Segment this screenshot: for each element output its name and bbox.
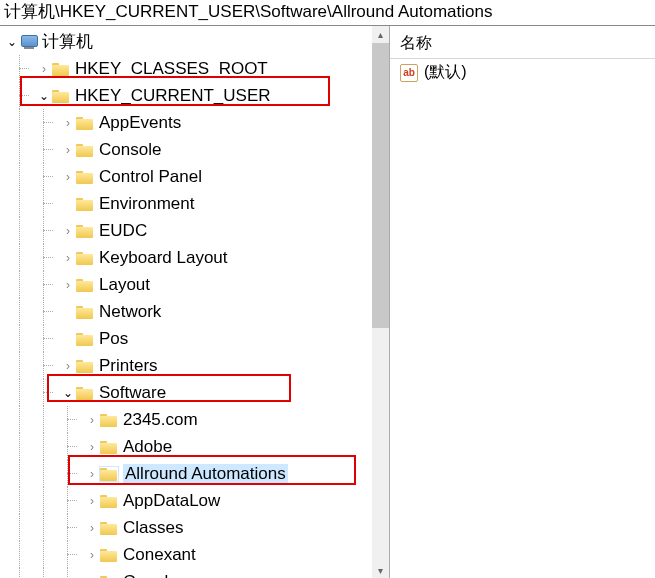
node-label: Console (99, 140, 161, 160)
tree-item[interactable]: ›Classes (2, 514, 389, 541)
tree-item[interactable]: ›HKEY_CLASSES_ROOT (2, 55, 389, 82)
node-label: Google (123, 572, 178, 579)
tree-item[interactable]: ›Google (2, 568, 389, 578)
chevron-right-icon[interactable]: › (36, 62, 52, 76)
values-panel: 名称 (默认) (390, 26, 655, 578)
tree-item[interactable]: ›AppEvents (2, 109, 389, 136)
registry-tree[interactable]: ⌄计算机›HKEY_CLASSES_ROOT⌄HKEY_CURRENT_USER… (0, 28, 389, 578)
chevron-right-icon[interactable]: › (60, 278, 76, 292)
tree-item[interactable]: ›AppDataLow (2, 487, 389, 514)
string-value-icon (400, 64, 418, 82)
chevron-right-icon[interactable]: › (84, 467, 100, 481)
folder-icon (76, 332, 94, 346)
node-label: Conexant (123, 545, 196, 565)
folder-icon (76, 278, 94, 292)
node-label: Control Panel (99, 167, 202, 187)
tree-item[interactable]: ›Keyboard Layout (2, 244, 389, 271)
folder-icon (100, 467, 118, 481)
tree-item[interactable]: Network (2, 298, 389, 325)
node-label: Printers (99, 356, 158, 376)
tree-item[interactable]: ⌄HKEY_CURRENT_USER (2, 82, 389, 109)
tree-root-computer[interactable]: ⌄计算机 (2, 28, 389, 55)
computer-icon (20, 35, 38, 49)
folder-icon (52, 62, 70, 76)
value-name: (默认) (424, 62, 467, 83)
chevron-right-icon[interactable]: › (60, 251, 76, 265)
folder-icon (76, 197, 94, 211)
node-label: Adobe (123, 437, 172, 457)
main-split: ⌄计算机›HKEY_CLASSES_ROOT⌄HKEY_CURRENT_USER… (0, 26, 655, 578)
folder-icon (76, 143, 94, 157)
tree-item[interactable]: ›2345.com (2, 406, 389, 433)
tree-item[interactable]: ›Control Panel (2, 163, 389, 190)
value-row[interactable]: (默认) (390, 59, 655, 86)
folder-icon (76, 359, 94, 373)
chevron-right-icon[interactable]: › (60, 170, 76, 184)
tree-item[interactable]: ›Console (2, 136, 389, 163)
chevron-down-icon[interactable]: ⌄ (60, 386, 76, 400)
scroll-track[interactable] (372, 43, 389, 562)
chevron-right-icon[interactable]: › (84, 548, 100, 562)
node-label: Allround Automations (123, 464, 288, 484)
chevron-right-icon[interactable]: › (60, 143, 76, 157)
folder-icon (52, 89, 70, 103)
chevron-right-icon[interactable]: › (84, 494, 100, 508)
node-label: 2345.com (123, 410, 198, 430)
folder-icon (100, 521, 118, 535)
folder-icon (100, 548, 118, 562)
node-label: 计算机 (42, 30, 93, 53)
node-label: Pos (99, 329, 128, 349)
tree-item[interactable]: ›Printers (2, 352, 389, 379)
chevron-right-icon[interactable]: › (84, 413, 100, 427)
folder-icon (76, 251, 94, 265)
node-label: Classes (123, 518, 183, 538)
node-label: Keyboard Layout (99, 248, 228, 268)
tree-item[interactable]: ›EUDC (2, 217, 389, 244)
chevron-right-icon[interactable]: › (60, 359, 76, 373)
node-label: Network (99, 302, 161, 322)
folder-icon (100, 494, 118, 508)
folder-icon (76, 116, 94, 130)
folder-icon (76, 305, 94, 319)
chevron-right-icon[interactable]: › (60, 224, 76, 238)
node-label: AppDataLow (123, 491, 220, 511)
chevron-down-icon[interactable]: ⌄ (36, 89, 52, 103)
folder-icon (100, 413, 118, 427)
node-label: AppEvents (99, 113, 181, 133)
tree-item[interactable]: Environment (2, 190, 389, 217)
chevron-right-icon[interactable]: › (60, 116, 76, 130)
chevron-right-icon[interactable]: › (84, 440, 100, 454)
folder-icon (76, 170, 94, 184)
tree-item[interactable]: ›Layout (2, 271, 389, 298)
chevron-right-icon[interactable]: › (84, 575, 100, 579)
node-label: Layout (99, 275, 150, 295)
tree-item[interactable]: ›Allround Automations (2, 460, 389, 487)
values-column-header-name[interactable]: 名称 (390, 30, 655, 59)
folder-icon (100, 575, 118, 579)
address-path[interactable]: 计算机\HKEY_CURRENT_USER\Software\Allround … (0, 0, 655, 26)
scroll-up-button[interactable]: ▴ (372, 26, 389, 43)
node-label: HKEY_CURRENT_USER (75, 86, 271, 106)
node-label: Environment (99, 194, 194, 214)
tree-item[interactable]: ⌄Software (2, 379, 389, 406)
tree-item[interactable]: ›Conexant (2, 541, 389, 568)
folder-icon (76, 224, 94, 238)
tree-item[interactable]: Pos (2, 325, 389, 352)
node-label: EUDC (99, 221, 147, 241)
tree-panel: ⌄计算机›HKEY_CLASSES_ROOT⌄HKEY_CURRENT_USER… (0, 26, 390, 578)
tree-item[interactable]: ›Adobe (2, 433, 389, 460)
tree-scrollbar[interactable]: ▴ ▾ (372, 26, 389, 578)
folder-icon (100, 440, 118, 454)
expander-icon[interactable]: ⌄ (4, 35, 20, 49)
scroll-down-button[interactable]: ▾ (372, 562, 389, 578)
folder-icon (76, 386, 94, 400)
scroll-thumb[interactable] (372, 43, 389, 328)
node-label: Software (99, 383, 166, 403)
node-label: HKEY_CLASSES_ROOT (75, 59, 268, 79)
chevron-right-icon[interactable]: › (84, 521, 100, 535)
